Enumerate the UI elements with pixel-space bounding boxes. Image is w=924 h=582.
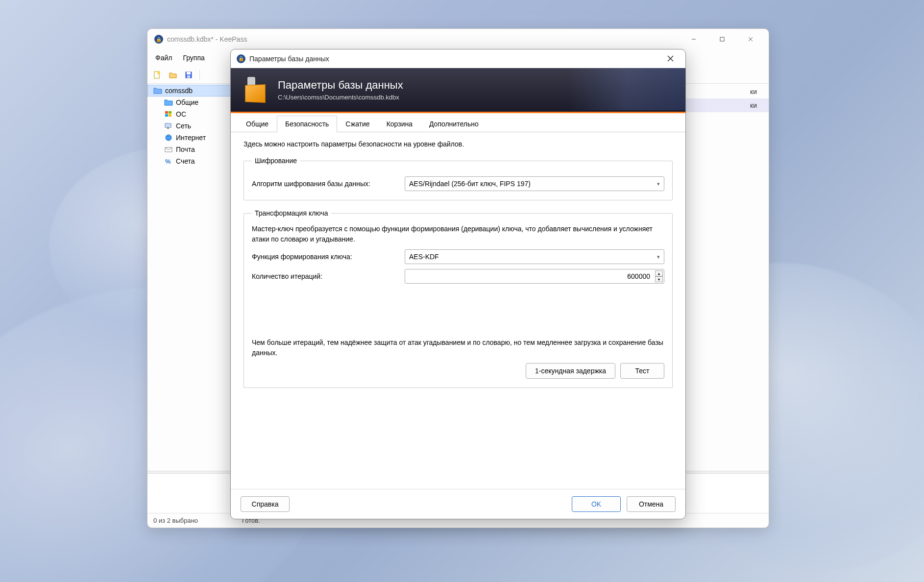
- toolbar-save-icon[interactable]: [182, 68, 195, 82]
- help-button[interactable]: Справка: [241, 496, 290, 512]
- toolbar-new-icon[interactable]: [150, 68, 164, 82]
- tab-advanced[interactable]: Дополнительно: [421, 116, 487, 132]
- database-settings-dialog: 🔒 Параметры базы данных Параметры базы д…: [230, 49, 686, 519]
- minimize-button[interactable]: [680, 30, 708, 48]
- tab-compression[interactable]: Сжатие: [337, 116, 378, 132]
- tab-general[interactable]: Общие: [238, 116, 277, 132]
- kdf-note: Чем больше итераций, тем надёжнее защита…: [252, 338, 664, 358]
- menu-file[interactable]: Файл: [150, 52, 177, 64]
- svg-rect-10: [169, 111, 171, 114]
- folder-open-icon: [153, 87, 162, 95]
- lock-icon: 🔒: [237, 54, 245, 63]
- windows-icon: [164, 110, 173, 118]
- algorithm-value: AES/Rijndael (256-бит ключ, FIPS 197): [409, 180, 531, 188]
- iterations-input[interactable]: [409, 272, 660, 280]
- svg-point-15: [166, 135, 171, 141]
- tree-item-accounts[interactable]: % Счета: [147, 155, 233, 167]
- svg-rect-11: [165, 114, 168, 117]
- globe-icon: [164, 134, 173, 142]
- algorithm-label: Алгоритм шифрования базы данных:: [252, 180, 399, 188]
- svg-rect-8: [187, 75, 190, 78]
- tree-item-label: Сеть: [176, 122, 191, 130]
- security-intro: Здесь можно настроить параметры безопасн…: [243, 140, 673, 148]
- dialog-close-button[interactable]: [659, 51, 681, 67]
- dialog-tabs: Общие Безопасность Сжатие Корзина Дополн…: [231, 113, 685, 132]
- ok-button[interactable]: OK: [572, 496, 621, 512]
- encryption-legend: Шифрование: [252, 157, 300, 165]
- spinner-up[interactable]: ▲: [655, 270, 663, 276]
- test-button[interactable]: Тест: [620, 363, 664, 379]
- dialog-header: Параметры базы данных C:\Users\comss\Doc…: [231, 68, 685, 113]
- menu-group[interactable]: Группа: [178, 52, 209, 64]
- close-button[interactable]: [736, 30, 765, 48]
- tree-root-label: comssdb: [165, 87, 193, 95]
- group-tree: comssdb Общие ОС Сеть Интернет Почта: [147, 84, 233, 513]
- maximize-button[interactable]: [708, 30, 736, 48]
- svg-rect-9: [165, 111, 168, 114]
- encryption-fieldset: Шифрование Алгоритм шифрования базы данн…: [243, 157, 673, 200]
- tab-security[interactable]: Безопасность: [277, 116, 337, 132]
- database-box-icon: [241, 76, 269, 104]
- kdf-description: Мастер-ключ преобразуется с помощью функ…: [252, 224, 664, 244]
- one-second-button[interactable]: 1-секундная задержка: [526, 363, 615, 379]
- iterations-label: Количество итераций:: [252, 272, 399, 280]
- svg-rect-1: [720, 37, 724, 41]
- svg-rect-7: [187, 72, 191, 74]
- iterations-spinner: ▲ ▼: [655, 270, 663, 282]
- tree-item-internet[interactable]: Интернет: [147, 132, 233, 144]
- kdf-function-label: Функция формирования ключа:: [252, 253, 399, 261]
- network-icon: [164, 122, 173, 130]
- svg-rect-13: [165, 123, 171, 127]
- kdf-legend: Трансформация ключа: [252, 209, 331, 217]
- dialog-heading: Параметры базы данных: [278, 79, 403, 92]
- chevron-down-icon: ▾: [657, 181, 660, 187]
- dialog-footer: Справка OK Отмена: [231, 489, 685, 519]
- tree-item-label: Счета: [176, 157, 195, 165]
- main-titlebar: 🔒 comssdb.kdbx* - KeePass: [147, 29, 769, 49]
- tree-item-network[interactable]: Сеть: [147, 120, 233, 132]
- cancel-button[interactable]: Отмена: [627, 496, 676, 512]
- svg-text:%: %: [165, 158, 171, 165]
- main-window-title: comssdb.kdbx* - KeePass: [167, 35, 680, 43]
- tree-item-label: Интернет: [176, 134, 206, 142]
- kdf-fieldset: Трансформация ключа Мастер-ключ преобраз…: [243, 209, 673, 388]
- tree-item-email[interactable]: Почта: [147, 144, 233, 155]
- dialog-titlebar: 🔒 Параметры базы данных: [231, 49, 685, 68]
- mail-icon: [164, 146, 173, 153]
- iterations-input-wrap: ▲ ▼: [405, 269, 664, 284]
- algorithm-combobox[interactable]: AES/Rijndael (256-бит ключ, FIPS 197) ▾: [405, 176, 664, 191]
- tab-recycle[interactable]: Корзина: [378, 116, 421, 132]
- toolbar-open-icon[interactable]: [166, 68, 180, 82]
- keepass-app-icon: 🔒: [154, 35, 163, 44]
- tree-item-label: Почта: [176, 146, 195, 153]
- toolbar-separator: [199, 70, 200, 80]
- chevron-down-icon: ▾: [657, 254, 660, 260]
- tree-item-label: ОС: [176, 110, 186, 118]
- svg-rect-12: [169, 114, 171, 117]
- dialog-title: Параметры базы данных: [249, 55, 659, 63]
- tree-root[interactable]: comssdb: [147, 85, 233, 97]
- percent-icon: %: [164, 157, 173, 165]
- svg-rect-14: [167, 127, 169, 129]
- dialog-file-path: C:\Users\comss\Documents\comssdb.kdbx: [278, 94, 403, 101]
- tree-item-general[interactable]: Общие: [147, 97, 233, 108]
- spinner-down[interactable]: ▼: [655, 276, 663, 282]
- tab-security-content: Здесь можно настроить параметры безопасн…: [231, 132, 685, 489]
- kdf-function-value: AES-KDF: [409, 253, 439, 261]
- tree-item-os[interactable]: ОС: [147, 108, 233, 120]
- tree-item-label: Общие: [176, 98, 198, 106]
- status-selection: 0 из 2 выбрано: [153, 517, 198, 524]
- folder-icon: [164, 98, 173, 106]
- svg-point-5: [157, 72, 160, 74]
- kdf-function-combobox[interactable]: AES-KDF ▾: [405, 249, 664, 264]
